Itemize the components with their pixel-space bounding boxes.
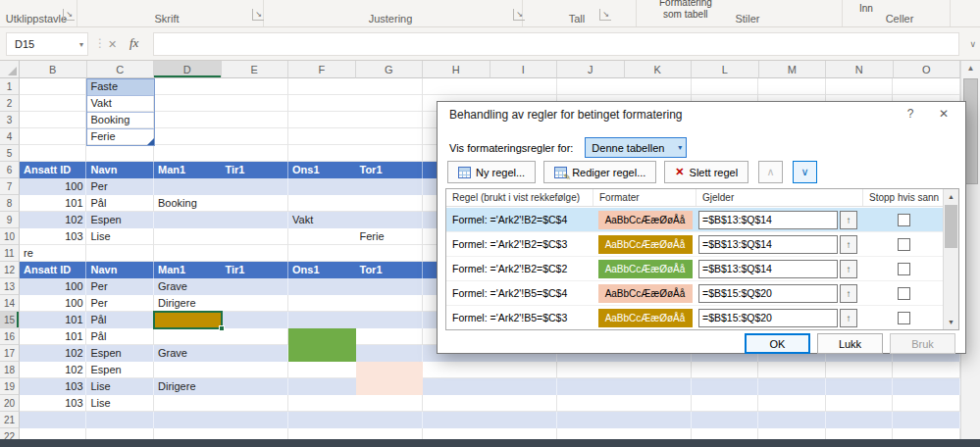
move-rule-down-button[interactable]: ∨ [793,161,817,183]
row-header-4[interactable]: 4 [0,128,20,145]
rule-row[interactable]: Formel: ='Ark2'!B2=$C$3AaBbCcÆæØøÅå=$B$1… [446,232,944,257]
dialog-help-button[interactable]: ? [899,107,922,121]
row-header-18[interactable]: 18 [0,362,20,378]
applies-to-input[interactable]: =$B$15:$Q$20 [698,284,838,303]
rule-row[interactable]: Formel: ='Ark2'!B2=$C$2AaBbCcÆæØøÅå=$B$1… [446,257,944,281]
row-header-13[interactable]: 13 [0,278,20,295]
row-header-19[interactable]: 19 [0,378,20,395]
rules-list-scrollbar[interactable]: ▲ ▼ [943,189,958,329]
edit-rule-button[interactable]: ✎ Rediger regel... [543,161,656,183]
move-rule-up-button[interactable]: ∧ [758,161,783,183]
cell-C6[interactable]: Navn [87,162,155,178]
cell-B20[interactable]: 103 [20,395,87,412]
column-header-N[interactable]: N [826,61,894,78]
cell-E12[interactable]: Tir1 [222,262,289,278]
cell-F9[interactable]: Vakt [288,212,356,228]
column-header-J[interactable]: J [557,61,625,78]
row-header-12[interactable]: 12 [0,262,20,278]
cell-G12[interactable]: Tor1 [356,262,424,278]
stop-if-true-checkbox[interactable] [898,287,910,300]
cell-F17[interactable] [288,345,356,362]
cell-B12[interactable]: Ansatt ID [20,262,87,278]
delete-rule-button[interactable]: ✕ Slett regel [664,161,748,183]
cell-B6[interactable]: Ansatt ID [20,162,87,178]
cell-D15[interactable] [154,312,222,328]
row-header-21[interactable]: 21 [0,412,20,428]
cell-C19[interactable]: Lise [87,378,155,395]
ok-button[interactable]: OK [745,333,810,354]
range-picker-button[interactable]: ↑ [840,211,857,229]
cell-G10[interactable]: Ferie [356,228,424,245]
dialog-launcher-icon[interactable]: ↘ [63,9,75,21]
row-header-15[interactable]: 15 [0,312,20,328]
dialog-launcher-icon[interactable]: ↘ [599,9,611,21]
row-header-8[interactable]: 8 [0,195,20,212]
cell-D19[interactable]: Dirigere [154,378,222,395]
cell-B11[interactable]: re [20,245,87,262]
column-header-O[interactable]: O [894,61,961,78]
cell-C8[interactable]: Pål [87,195,155,212]
range-picker-button[interactable]: ↑ [840,235,857,254]
column-header-K[interactable]: K [625,61,693,78]
cell-C7[interactable]: Per [87,178,155,195]
cell-C20[interactable]: Lise [87,395,155,412]
dialog-launcher-icon[interactable]: ↘ [513,9,525,21]
dialog-titlebar[interactable]: Behandling av regler for betinget format… [438,102,965,127]
scroll-up-icon[interactable]: ▲ [961,61,980,76]
cell-C12[interactable]: Navn [87,262,155,278]
applies-to-input[interactable]: =$B$13:$Q$14 [698,211,838,229]
cell-B16[interactable]: 101 [20,328,87,345]
row-header-14[interactable]: 14 [0,295,20,312]
cell-D12[interactable]: Man1 [154,262,222,278]
stop-if-true-checkbox[interactable] [898,312,910,324]
cell-F16[interactable] [288,328,356,345]
select-all-corner[interactable] [0,61,20,78]
cancel-icon[interactable]: ✕ [108,38,117,51]
column-header-H[interactable]: H [423,61,490,78]
cell-B14[interactable]: 100 [20,295,87,312]
column-header-G[interactable]: G [356,61,424,78]
range-picker-button[interactable]: ↑ [840,309,857,327]
cell-D6[interactable]: Man1 [154,162,222,178]
column-header-B[interactable]: B [20,61,87,78]
stop-if-true-checkbox[interactable] [898,238,910,251]
stop-if-true-checkbox[interactable] [898,263,910,275]
cell-C4[interactable]: Ferie [87,128,155,145]
applies-to-input[interactable]: =$B$15:$Q$20 [698,309,838,327]
dialog-close-button[interactable]: ✕ [930,107,957,121]
column-header-F[interactable]: F [288,61,356,78]
insert-function-icon[interactable]: fx [129,35,138,51]
ribbon-clipped-button[interactable]: som tabell [663,9,708,20]
cell-C1[interactable]: Faste [87,78,155,95]
cell-B18[interactable]: 102 [20,362,87,378]
cell-C13[interactable]: Per [87,278,155,295]
cell-D17[interactable]: Grave [154,345,222,362]
new-rule-button[interactable]: Ny regel... [447,161,536,183]
row-header-22[interactable]: 22 [0,428,20,439]
cell-B8[interactable]: 101 [20,195,87,212]
column-header-D[interactable]: D [154,61,222,78]
cell-G18[interactable] [356,362,424,378]
fill-handle[interactable] [219,325,225,331]
cell-B13[interactable]: 100 [20,278,87,295]
applies-to-input[interactable]: =$B$13:$Q$14 [698,260,838,278]
row-header-3[interactable]: 3 [0,112,20,128]
row-header-9[interactable]: 9 [0,212,20,228]
column-header-I[interactable]: I [490,61,558,78]
show-rules-dropdown[interactable]: Denne tabellen ▾ [585,137,687,158]
cell-C16[interactable]: Pål [87,328,155,345]
dialog-launcher-icon[interactable]: ↘ [252,9,264,21]
cell-C14[interactable]: Per [87,295,155,312]
column-header-E[interactable]: E [222,61,289,78]
cell-F12[interactable]: Ons1 [288,262,356,278]
row-header-1[interactable]: 1 [0,78,20,95]
cell-G6[interactable]: Tor1 [356,162,424,178]
cell-F6[interactable]: Ons1 [288,162,356,178]
rule-row[interactable]: Formel: ='Ark2'!B2=$C$4AaBbCcÆæØøÅå=$B$1… [446,208,944,232]
name-box-dropdown-icon[interactable]: ▾ [79,40,83,49]
ribbon-clipped-button[interactable]: Inn [859,3,873,14]
cell-C15[interactable]: Pål [87,312,155,328]
cell-B15[interactable]: 101 [20,312,87,328]
cell-C18[interactable]: Espen [87,362,155,378]
rules-scrollbar-thumb[interactable] [945,205,957,248]
